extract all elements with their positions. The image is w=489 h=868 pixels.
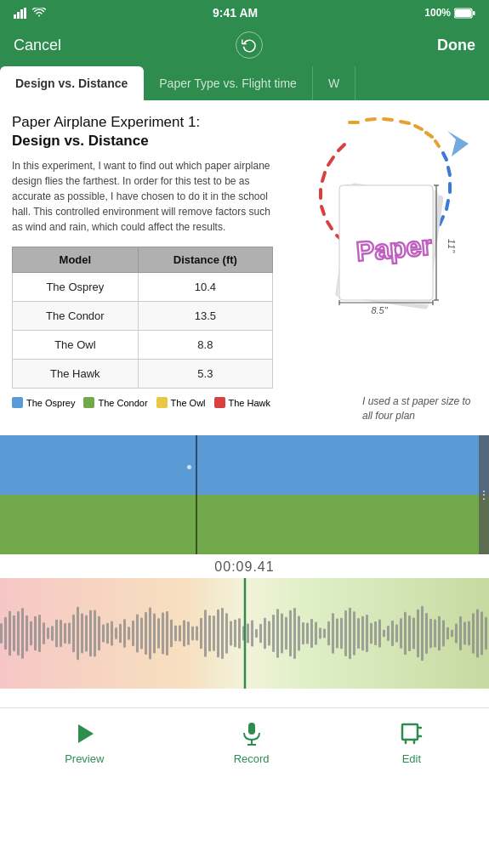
svg-rect-137 <box>391 621 394 646</box>
svg-line-11 <box>415 126 422 129</box>
tab-w[interactable]: W <box>313 66 355 100</box>
record-button[interactable]: Record <box>234 721 270 765</box>
svg-rect-150 <box>446 627 449 639</box>
svg-rect-1 <box>17 12 20 19</box>
svg-rect-113 <box>289 610 292 657</box>
legend-item-owl: The Owl <box>156 397 206 408</box>
svg-rect-108 <box>268 621 270 645</box>
svg-rect-112 <box>285 617 287 650</box>
model-osprey: The Osprey <box>13 273 139 302</box>
table-row: The Owl 8.8 <box>13 331 273 360</box>
waveform-svg: // Generate waveform bars inline - we'll… <box>0 578 489 689</box>
experiment-description: In this experiment, I want to find out w… <box>12 158 273 235</box>
status-battery: 100% <box>424 7 475 19</box>
svg-rect-139 <box>400 618 402 649</box>
waveform-area[interactable]: 00:09.41 // Generate waveform bars inlin… <box>0 554 489 707</box>
svg-rect-143 <box>417 610 419 657</box>
svg-rect-93 <box>204 610 207 657</box>
svg-rect-104 <box>251 620 253 646</box>
edit-button[interactable]: Edit <box>399 721 424 765</box>
svg-rect-73 <box>119 624 122 643</box>
svg-rect-124 <box>336 618 338 648</box>
done-button[interactable]: Done <box>437 37 475 54</box>
svg-rect-84 <box>166 611 168 655</box>
svg-rect-45 <box>0 623 3 644</box>
svg-rect-55 <box>43 622 45 644</box>
svg-line-31 <box>338 145 344 150</box>
table-row: The Hawk 5.3 <box>13 360 273 389</box>
svg-line-30 <box>328 157 333 165</box>
tab-design-distance[interactable]: Design vs. Distance <box>0 66 144 100</box>
legend-item-hawk: The Hawk <box>214 397 271 408</box>
svg-rect-132 <box>370 623 372 644</box>
table-row: The Condor 13.5 <box>13 302 273 331</box>
distance-hawk: 5.3 <box>138 360 272 389</box>
preview-button[interactable]: Preview <box>65 721 104 765</box>
svg-rect-127 <box>349 608 351 660</box>
svg-rect-54 <box>38 615 41 652</box>
undo-icon <box>242 37 257 53</box>
content-left: Paper Airplane Experiment 1: Design vs. … <box>12 114 273 432</box>
svg-rect-81 <box>153 614 156 654</box>
battery-percent: 100% <box>424 7 451 19</box>
experiment-title: Paper Airplane Experiment 1: <box>12 114 273 131</box>
legend-swatch-hawk <box>214 397 225 408</box>
svg-rect-131 <box>366 615 368 652</box>
svg-rect-141 <box>408 616 411 651</box>
svg-rect-165 <box>402 724 418 740</box>
svg-rect-68 <box>98 616 100 650</box>
table-header-distance: Distance (ft) <box>138 247 272 273</box>
svg-rect-146 <box>429 619 432 648</box>
svg-rect-5 <box>473 11 475 15</box>
svg-rect-74 <box>123 619 126 648</box>
svg-rect-92 <box>200 618 202 649</box>
wifi-icon <box>32 8 46 18</box>
svg-line-10 <box>401 122 409 123</box>
svg-rect-135 <box>383 630 385 638</box>
table-row: The Osprey 10.4 <box>13 273 273 302</box>
svg-rect-80 <box>149 608 151 660</box>
svg-rect-79 <box>145 612 147 655</box>
svg-rect-82 <box>157 618 160 648</box>
svg-rect-51 <box>26 616 28 652</box>
undo-button[interactable] <box>236 31 263 59</box>
svg-rect-63 <box>77 607 79 660</box>
microphone-icon <box>239 721 264 746</box>
svg-rect-56 <box>47 627 49 639</box>
svg-rect-129 <box>357 618 360 649</box>
svg-rect-98 <box>225 613 228 654</box>
svg-rect-95 <box>213 616 215 651</box>
svg-rect-77 <box>136 615 139 653</box>
svg-rect-49 <box>17 611 20 655</box>
svg-rect-96 <box>217 610 219 657</box>
svg-rect-155 <box>468 621 470 645</box>
svg-rect-144 <box>421 606 424 661</box>
legend-label-hawk: The Hawk <box>229 398 271 408</box>
svg-rect-6 <box>455 9 471 17</box>
svg-rect-62 <box>72 615 75 652</box>
svg-rect-120 <box>319 627 321 638</box>
svg-rect-111 <box>281 614 283 654</box>
svg-rect-0 <box>14 14 16 19</box>
track-area[interactable]: ⋮ <box>0 435 489 554</box>
svg-rect-101 <box>238 618 241 649</box>
svg-line-15 <box>448 167 450 175</box>
svg-rect-50 <box>21 608 24 659</box>
svg-rect-65 <box>85 616 88 652</box>
svg-rect-159 <box>485 617 487 650</box>
distance-osprey: 10.4 <box>138 273 272 302</box>
svg-rect-123 <box>332 613 334 653</box>
track-right-handle[interactable]: ⋮ <box>479 435 489 554</box>
svg-rect-133 <box>374 621 377 645</box>
svg-rect-57 <box>51 626 54 641</box>
svg-rect-140 <box>404 612 407 655</box>
svg-rect-134 <box>378 619 381 647</box>
svg-rect-76 <box>132 621 134 646</box>
cancel-button[interactable]: Cancel <box>14 37 61 54</box>
svg-rect-69 <box>102 625 105 643</box>
handwritten-note: I used a st paper size to all four plan <box>362 394 481 423</box>
tab-paper-type[interactable]: Paper Type vs. Flight time <box>144 66 313 100</box>
svg-line-8 <box>367 119 375 120</box>
svg-rect-91 <box>196 627 198 641</box>
svg-rect-117 <box>306 623 309 644</box>
